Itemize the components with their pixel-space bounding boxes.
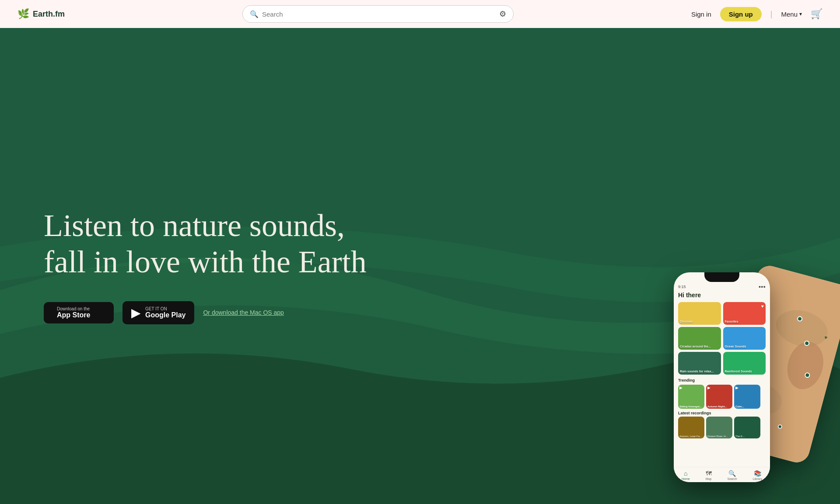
latest-row: Autumn, Lean Fa... Distant River, H... T… [678,417,766,438]
brand-name: Earth.fm [33,10,65,19]
latest-card-3: The E... [734,417,760,438]
phone-card-rain: Rain sounds for relax... [678,352,721,375]
phone-greeting: Hi there [678,292,766,299]
logo-icon: 🌿 [18,8,29,20]
navbar-right: Sign in Sign up | Menu ▾ 🛒 [691,7,822,21]
latest-card-2: Distant River, H... [706,417,732,438]
chevron-down-icon: ▾ [799,11,802,17]
google-play-main: Google Play [145,311,186,319]
trending-row: ▶ Sitting Amongst... ▶ Autumn Night... ▶… [678,385,766,409]
search-nav-icon: 🔍 [728,470,736,477]
trending-card-1: ▶ Sitting Amongst... [678,385,704,409]
phone-card-discover: Discover [678,302,721,325]
phone-card-rainforest: Rainforest Sounds [723,352,766,375]
play-icon: ▶ [735,386,738,390]
google-play-sub: GET IT ON [145,306,186,311]
phone-screen: 9:15 ●●● Hi there Discover Favorites ♥ C… [674,272,770,482]
phone-card-cicadas: Cicadas around the... [678,327,721,350]
home-icon: ⌂ [684,470,687,477]
phone-nav-map: 🗺 Map [706,470,712,480]
phone-front: 9:15 ●●● Hi there Discover Favorites ♥ C… [674,272,770,482]
filter-icon[interactable]: ⚙ [499,9,506,19]
phone-signal: ●●● [759,285,766,289]
hero-headline-line1: Listen to nature sounds, [44,208,345,243]
app-store-button[interactable]: Download on the App Store [44,302,114,323]
latest-label: Latest recordings [678,411,766,415]
cta-row: Download on the App Store ▶ GET IT ON Go… [44,301,367,324]
app-store-main: App Store [57,311,90,319]
phone-nav-search: 🔍 Search [727,470,737,480]
mac-download-link[interactable]: Or download the Mac OS app [203,309,284,316]
phone-card-favorites: Favorites ♥ [723,302,766,325]
phone-mockups: ♥ ♥ 9:15 ●●● Hi there Discover [674,176,822,482]
trending-card-3: ▶ Calm... [734,385,760,409]
heart-icon: ♥ [761,304,764,309]
latest-card-1: Autumn, Lean Fa... [678,417,704,438]
hero-content: Listen to nature sounds, fall in love wi… [0,208,367,324]
search-bar: 🔍 ⚙ [242,5,514,23]
trending-card-2: ▶ Autumn Night... [706,385,732,409]
navbar-center: 🔍 ⚙ [65,5,691,23]
phone-cards-grid: Discover Favorites ♥ Cicadas around the.… [678,302,766,375]
phone-nav-home: ⌂ Home [682,470,690,480]
google-play-button[interactable]: ▶ GET IT ON Google Play [122,301,194,324]
signin-button[interactable]: Sign in [691,10,711,18]
latest-card-label: Distant River, H... [707,435,728,438]
hero-headline: Listen to nature sounds, fall in love wi… [44,208,367,280]
play-icon: ▶ [679,386,682,390]
search-input[interactable] [262,10,494,18]
navbar: 🌿 Earth.fm 🔍 ⚙ Sign in Sign up | Menu ▾ … [0,0,840,28]
phone-status-bar: 9:15 ●●● [678,285,766,289]
hero-section: Listen to nature sounds, fall in love wi… [0,28,840,504]
menu-label: Menu [781,10,798,18]
trending-label: Trending [678,378,766,382]
signup-button[interactable]: Sign up [720,7,762,21]
phone-card-ocean: Ocean Sounds [723,327,766,350]
latest-card-label: Autumn, Lean Fa... [679,435,702,438]
search-icon: 🔍 [250,10,259,18]
phone-nav-bar: ⌂ Home 🗺 Map 🔍 Search 📚 Library [674,467,770,482]
phone-notch [704,272,739,282]
nav-divider: | [770,10,773,19]
google-play-icon: ▶ [131,306,141,320]
hero-headline-line2: fall in love with the Earth [44,244,367,279]
menu-button[interactable]: Menu ▾ [781,10,802,18]
svg-point-10 [778,424,782,429]
brand-logo[interactable]: 🌿 Earth.fm [18,8,65,20]
phone-nav-library: 📚 Library [753,470,762,480]
map-icon: 🗺 [706,470,712,477]
google-play-text: GET IT ON Google Play [145,306,186,319]
app-store-text: Download on the App Store [57,306,90,319]
library-icon: 📚 [754,470,761,477]
app-store-sub: Download on the [57,306,90,311]
cart-icon[interactable]: 🛒 [811,8,822,20]
phone-time: 9:15 [678,285,686,289]
play-icon: ▶ [707,386,710,390]
latest-card-label: The E... [735,435,745,438]
